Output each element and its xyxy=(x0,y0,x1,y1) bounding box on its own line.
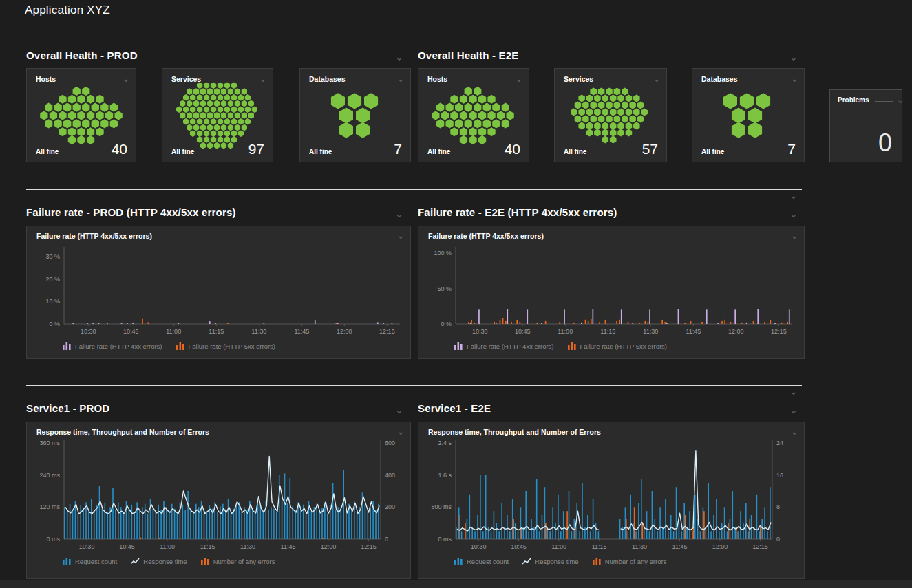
bar-series-icon xyxy=(63,558,72,565)
svg-text:12:00: 12:00 xyxy=(337,328,352,335)
svg-text:0 %: 0 % xyxy=(49,320,60,327)
svg-text:10:45: 10:45 xyxy=(123,328,139,335)
legend-failure-5xx[interactable]: Failure rate (HTTP 5xx errors) xyxy=(568,342,668,350)
svg-text:12:00: 12:00 xyxy=(321,543,337,550)
legend-error-count[interactable]: Number of any errors xyxy=(593,558,667,565)
bar-series-icon xyxy=(454,558,463,565)
chevron-down-icon[interactable]: ⌄ xyxy=(396,428,405,435)
svg-text:10:45: 10:45 xyxy=(511,543,527,550)
bar-series-icon xyxy=(63,342,72,350)
svg-text:11:15: 11:15 xyxy=(600,328,615,335)
svg-text:10:30: 10:30 xyxy=(79,543,95,550)
bar-series-icon xyxy=(176,342,185,350)
svg-text:11:45: 11:45 xyxy=(672,543,688,550)
chevron-down-icon[interactable]: ⌄ xyxy=(897,96,905,103)
bar-series-icon xyxy=(568,342,577,350)
svg-text:10:30: 10:30 xyxy=(81,328,96,335)
status-text: All fine xyxy=(427,148,450,155)
svg-text:11:15: 11:15 xyxy=(200,543,215,550)
svg-text:0 %: 0 % xyxy=(441,320,452,327)
chart-title: Failure rate (HTTP 4xx/5xx errors) xyxy=(428,232,544,240)
legend-response-time[interactable]: Response time xyxy=(522,558,578,565)
chevron-down-icon[interactable]: ⌄ xyxy=(396,232,405,239)
chevron-down-icon[interactable]: ⌄ xyxy=(790,232,798,239)
problems-count: 0 xyxy=(878,129,892,157)
svg-text:11:00: 11:00 xyxy=(551,543,566,550)
honeycomb-databases xyxy=(300,78,409,153)
svg-text:800 ms: 800 ms xyxy=(431,503,452,510)
status-text: All fine xyxy=(701,148,724,155)
chevron-down-icon[interactable]: ⌄ xyxy=(789,388,798,395)
honeycomb-databases xyxy=(692,78,801,153)
bar-series-icon xyxy=(201,558,210,565)
svg-text:600: 600 xyxy=(385,439,395,446)
svg-text:11:45: 11:45 xyxy=(281,543,296,550)
svg-text:11:00: 11:00 xyxy=(558,328,573,335)
chart-title: Response time, Throughput and Number of … xyxy=(428,428,601,436)
section-divider xyxy=(26,385,802,386)
page-title: Application XYZ xyxy=(25,3,110,17)
svg-text:0: 0 xyxy=(385,536,388,543)
chart-title: Response time, Throughput and Number of … xyxy=(36,428,209,436)
section-title-service1-e2e: Service1 - E2E xyxy=(418,402,491,414)
entity-count: 40 xyxy=(505,143,520,155)
health-tile-databases-prod[interactable]: Databases⌄ All fine7 xyxy=(299,68,411,162)
svg-text:10:30: 10:30 xyxy=(472,328,488,335)
chevron-down-icon[interactable]: ⌄ xyxy=(789,54,798,61)
legend-failure-5xx[interactable]: Failure rate (HTTP 5xx errors) xyxy=(176,342,276,350)
svg-text:200: 200 xyxy=(385,503,395,510)
failure-rate-chart: 0 %50 %100 %10:3010:4511:0011:1511:3011:… xyxy=(424,240,798,342)
chart-tile-service1-e2e[interactable]: Response time, Throughput and Number of … xyxy=(418,422,805,579)
svg-text:11:15: 11:15 xyxy=(209,328,224,335)
service-timechart: 0 ms120 ms240 ms360 ms020040060010:3010:… xyxy=(32,436,407,557)
health-tile-services-e2e[interactable]: Services⌄ All fine57 xyxy=(554,68,667,162)
legend-failure-4xx[interactable]: Failure rate (HTTP 4xx errors) xyxy=(454,342,554,350)
svg-text:16: 16 xyxy=(776,472,783,479)
section-title-failure-e2e: Failure rate - E2E (HTTP 4xx/5xx errors) xyxy=(418,206,617,218)
svg-text:10:45: 10:45 xyxy=(119,543,135,550)
svg-text:24: 24 xyxy=(776,439,783,446)
section-divider xyxy=(26,189,802,190)
svg-text:12:15: 12:15 xyxy=(752,543,768,550)
legend-error-count[interactable]: Number of any errors xyxy=(201,558,275,565)
svg-text:11:45: 11:45 xyxy=(686,328,701,335)
chevron-down-icon[interactable]: ⌄ xyxy=(790,428,798,435)
svg-text:10 %: 10 % xyxy=(45,298,60,305)
line-series-icon xyxy=(131,558,140,565)
svg-text:11:30: 11:30 xyxy=(632,543,647,550)
bottom-scroll-strip xyxy=(0,580,912,588)
health-tile-databases-e2e[interactable]: Databases⌄ All fine7 xyxy=(692,68,805,162)
problems-tile[interactable]: Problems ⌄ 0 xyxy=(829,89,902,162)
failure-rate-chart: 0 %10 %20 %30 %10:3010:4511:0011:1511:30… xyxy=(32,240,407,342)
svg-text:8: 8 xyxy=(776,503,780,510)
chart-tile-service1-prod[interactable]: Response time, Throughput and Number of … xyxy=(26,422,411,579)
entity-count: 7 xyxy=(394,143,402,155)
svg-text:12:15: 12:15 xyxy=(379,328,395,335)
chevron-down-icon[interactable]: ⌄ xyxy=(789,192,798,199)
chevron-down-icon[interactable]: ⌄ xyxy=(395,406,403,413)
chevron-down-icon[interactable]: ⌄ xyxy=(395,54,403,61)
svg-text:120 ms: 120 ms xyxy=(39,503,60,510)
chevron-down-icon[interactable]: ⌄ xyxy=(789,210,798,217)
status-text: All fine xyxy=(171,148,194,155)
svg-text:100 %: 100 % xyxy=(434,250,452,257)
legend-response-time[interactable]: Response time xyxy=(131,558,187,565)
legend-request-count[interactable]: Request count xyxy=(63,558,117,565)
legend-request-count[interactable]: Request count xyxy=(454,558,509,565)
svg-text:20 %: 20 % xyxy=(45,276,60,283)
svg-text:12:00: 12:00 xyxy=(728,328,744,335)
chart-tile-failure-e2e[interactable]: Failure rate (HTTP 4xx/5xx errors)⌄ 0 %5… xyxy=(418,226,805,359)
chart-tile-failure-prod[interactable]: Failure rate (HTTP 4xx/5xx errors)⌄ 0 %1… xyxy=(26,226,411,359)
chevron-down-icon[interactable]: ⌄ xyxy=(395,210,403,217)
svg-text:2.4 s: 2.4 s xyxy=(438,439,452,446)
legend-failure-4xx[interactable]: Failure rate (HTTP 4xx errors) xyxy=(63,342,162,350)
section-title-service1-prod: Service1 - PROD xyxy=(26,402,109,414)
svg-text:11:30: 11:30 xyxy=(240,543,255,550)
chevron-down-icon[interactable]: ⌄ xyxy=(789,406,798,413)
health-tile-services-prod[interactable]: Services⌄ All fine97 xyxy=(162,68,273,162)
status-text: All fine xyxy=(309,148,332,155)
health-tile-hosts-e2e[interactable]: Hosts⌄ All fine40 xyxy=(418,68,529,162)
section-title-overall-health-prod: Overall Health - PROD xyxy=(26,50,138,61)
health-tile-hosts-prod[interactable]: Hosts⌄ All fine40 xyxy=(26,68,136,162)
status-text: All fine xyxy=(564,148,586,155)
